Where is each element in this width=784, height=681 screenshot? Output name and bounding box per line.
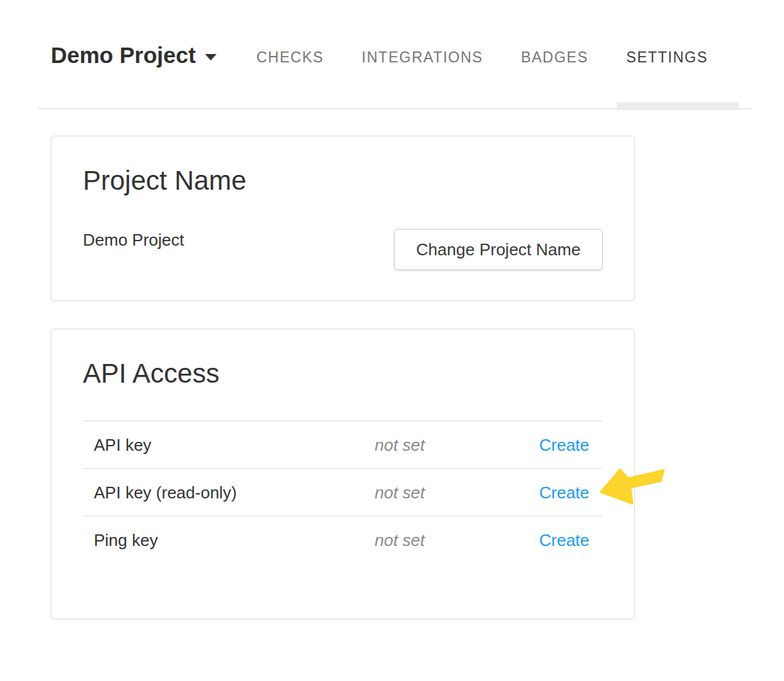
api-key-value: not set xyxy=(375,421,425,469)
ping-key-value: not set xyxy=(375,516,425,564)
project-name-card: Project Name Demo Project Change Project… xyxy=(51,136,635,301)
table-row-api-key: API key not set Create xyxy=(83,421,603,468)
project-selector-dropdown[interactable]: Demo Project xyxy=(51,41,217,69)
api-key-read-only-value: not set xyxy=(375,469,425,516)
api-key-read-only-create-link[interactable]: Create xyxy=(539,469,589,516)
api-access-card-title: API Access xyxy=(83,358,219,390)
api-keys-table: API key not set Create API key (read-onl… xyxy=(83,421,603,563)
api-key-label: API key xyxy=(94,421,152,469)
current-project-name: Demo Project xyxy=(83,230,184,250)
change-project-name-button[interactable]: Change Project Name xyxy=(394,229,603,270)
header-divider xyxy=(38,108,753,109)
api-key-read-only-label: API key (read-only) xyxy=(94,469,237,516)
project-selector-label: Demo Project xyxy=(51,41,196,69)
tab-settings[interactable]: SETTINGS xyxy=(627,48,708,67)
tab-badges[interactable]: BADGES xyxy=(521,48,589,67)
caret-down-icon xyxy=(205,54,217,60)
table-row-ping-key: Ping key not set Create xyxy=(83,516,603,563)
ping-key-create-link[interactable]: Create xyxy=(539,516,589,564)
api-key-create-link[interactable]: Create xyxy=(539,421,589,469)
main-nav: CHECKS INTEGRATIONS BADGES SETTINGS xyxy=(256,48,708,67)
tab-checks[interactable]: CHECKS xyxy=(256,48,324,67)
api-access-card: API Access API key not set Create API ke… xyxy=(51,329,635,619)
tab-integrations[interactable]: INTEGRATIONS xyxy=(362,48,483,67)
project-name-card-title: Project Name xyxy=(83,165,246,197)
table-row-api-key-read-only: API key (read-only) not set Create xyxy=(83,468,603,516)
ping-key-label: Ping key xyxy=(94,516,158,564)
